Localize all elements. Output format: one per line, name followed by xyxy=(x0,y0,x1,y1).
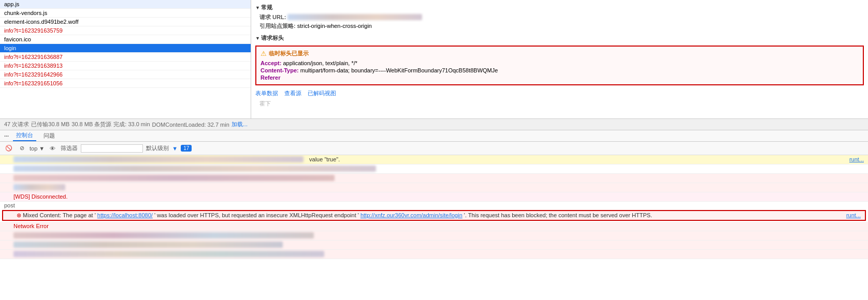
tab-form-data[interactable]: 表单数据 xyxy=(255,89,278,97)
badge-count: 17 xyxy=(181,145,192,152)
file-list: app.js chunk-vendors.js https://localhos… xyxy=(0,0,251,118)
console-line-mixed-content: ⊗ Mixed Content: The page at ' https://l… xyxy=(2,210,866,221)
general-section-header[interactable]: 常规 xyxy=(255,2,864,13)
blurred-c2 xyxy=(13,242,283,248)
file-item-info2[interactable]: info?t=1623291636887 xyxy=(0,53,251,62)
file-item-appjs[interactable]: app.js xyxy=(0,0,251,9)
clear-console-button[interactable]: 🚫 xyxy=(3,144,15,152)
request-detail-panel: 常规 请求 URL: 引用站点策略: strict-origin-when-cr… xyxy=(251,0,868,118)
transferred-size: 已传输30.8 MB xyxy=(31,121,69,128)
console-line-blur2 xyxy=(0,241,868,250)
localhost-link[interactable]: https://localhost:8080/ xyxy=(97,212,153,218)
tooltip-url: https://localhost:8080/js/app.js xyxy=(31,17,113,18)
level-indicator: ▼ xyxy=(172,145,178,152)
blurred-content-2 xyxy=(13,166,376,172)
blurred-content-1 xyxy=(13,156,303,162)
console-line-3 xyxy=(0,174,868,183)
status-bar: 47 次请求 已传输30.8 MB 30.8 MB 条货源 完成: 33.0 m… xyxy=(0,119,868,130)
warning-header: ⚠ 临时标头已显示 xyxy=(261,50,859,57)
request-headers-header[interactable]: 请求标头 xyxy=(255,33,864,43)
wds-disconnected: [WDS] Disconnected. xyxy=(13,193,864,200)
console-line-wds xyxy=(0,183,868,192)
console-tab-bar: ··· 控制台 问题 xyxy=(0,130,868,142)
header-accept: Accept: application/json, text/plain, */… xyxy=(261,59,859,67)
dot-menu[interactable]: ··· xyxy=(4,133,9,139)
network-error-text: Network Error xyxy=(13,223,864,229)
header-referer: Referer xyxy=(261,74,859,81)
dom-content-loaded: DOMContentLoaded: 32.7 min xyxy=(152,122,229,128)
tab-decoded-view[interactable]: 已解码视图 xyxy=(308,89,336,97)
request-url-row: 请求 URL: xyxy=(255,13,864,22)
error-icon: ⊗ xyxy=(17,212,23,218)
blurred-content-3 xyxy=(13,175,335,181)
top-panel: app.js chunk-vendors.js https://localhos… xyxy=(0,0,868,119)
stop-button[interactable]: ⊘ xyxy=(18,144,26,152)
filter-input[interactable] xyxy=(81,144,143,153)
form-data-more: 霍下 xyxy=(255,99,864,108)
request-count: 47 次请求 xyxy=(4,121,29,128)
url-blurred xyxy=(287,14,422,20)
file-item-info1[interactable]: info?t=1623291635759 xyxy=(0,26,251,35)
form-data-tabs: 表单数据 查看源 已解码视图 xyxy=(255,87,864,99)
finish-time: 完成: 33.0 min xyxy=(113,121,150,128)
value-true: value "true". xyxy=(309,156,340,162)
headers-box: ⚠ 临时标头已显示 Accept: application/json, text… xyxy=(255,46,864,85)
level-label: 默认级别 xyxy=(146,144,169,152)
runtime-link-1[interactable]: runt... xyxy=(849,156,864,162)
top-level-label: top ▼ xyxy=(30,145,45,152)
console-line-blur3 xyxy=(0,250,868,259)
xnfz-link[interactable]: http://xnfz.our360vr.com/admin/site/logi… xyxy=(360,212,462,218)
resource-size: 30.8 MB 条货源 xyxy=(71,121,111,128)
runtime-link-error[interactable]: runt... xyxy=(846,212,861,218)
tab-console[interactable]: 控制台 xyxy=(13,130,36,141)
blurred-content-wds xyxy=(13,184,65,190)
mixed-content-text1: Mixed Content: The page at ' xyxy=(23,212,96,218)
console-line-network-error: Network Error xyxy=(0,222,868,231)
warning-text: 临时标头已显示 xyxy=(269,50,309,57)
tab-issues[interactable]: 问题 xyxy=(40,131,58,141)
mixed-content-text2: ' was loaded over HTTPS, but requested a… xyxy=(154,212,359,218)
post-label: post xyxy=(0,202,868,209)
mixed-content-text3: '. This request has been blocked; the co… xyxy=(464,212,652,218)
eye-button[interactable]: 👁 xyxy=(48,145,57,152)
file-item-favicon[interactable]: favicon.ico xyxy=(0,35,251,44)
warning-icon: ⚠ xyxy=(261,50,267,57)
file-item-login[interactable]: login xyxy=(0,44,251,53)
blurred-c1 xyxy=(13,232,314,238)
filter-label: 筛选器 xyxy=(61,144,78,152)
console-line-wds2: [WDS] Disconnected. xyxy=(0,192,868,202)
request-headers-section: 请求标头 ⚠ 临时标头已显示 Accept: application/json,… xyxy=(255,33,864,108)
file-item-chunk[interactable]: chunk-vendors.js https://localhost:8080/… xyxy=(0,9,251,18)
console-line-blur1 xyxy=(0,231,868,241)
console-line-1: value "true". runt... xyxy=(0,155,868,164)
referrer-policy-row: 引用站点策略: strict-origin-when-cross-origin xyxy=(255,22,864,31)
console-controls: 🚫 ⊘ top ▼ 👁 筛选器 默认级别 ▼ 17 xyxy=(0,142,868,155)
header-content-type: Content-Type: multipart/form-data; bound… xyxy=(261,67,859,74)
file-item-info5[interactable]: info?t=1623291651056 xyxy=(0,79,251,88)
tab-view-source[interactable]: 查看源 xyxy=(284,89,301,97)
blurred-c3 xyxy=(13,251,324,257)
console-line-2 xyxy=(0,164,868,174)
file-item-info3[interactable]: info?t=1623291638913 xyxy=(0,62,251,70)
file-item-info4[interactable]: info?t=1623291642966 xyxy=(0,70,251,79)
file-item-icons[interactable]: element-icons.d9491be2.woff xyxy=(0,18,251,26)
load-link[interactable]: 加载... xyxy=(232,121,248,128)
console-output[interactable]: value "true". runt... [WDS] Disconnected… xyxy=(0,155,868,300)
